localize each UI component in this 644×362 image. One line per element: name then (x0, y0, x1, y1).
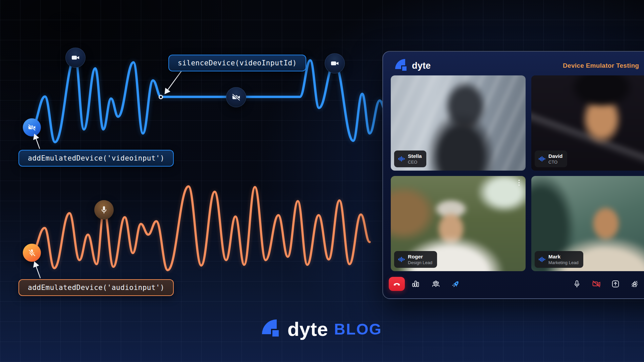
participants-button[interactable] (428, 277, 443, 291)
audio-level-icon (397, 256, 405, 263)
camera-off-button[interactable] (589, 277, 604, 291)
camera-off-badge (226, 87, 246, 107)
participant-role: CTO (548, 160, 562, 165)
microphone-icon (573, 280, 581, 288)
window-header-badge: Device Emulator Testing (563, 62, 639, 69)
add-videoinput-label: addEmulatedDevice('videoinput') (18, 150, 174, 167)
call-window: dyte Device Emulator Testing Stella CEO (382, 51, 644, 299)
participant-tile-mark: Mark Marketing Lead (531, 176, 644, 271)
stats-icon (411, 280, 420, 288)
upload-icon (611, 280, 620, 288)
effects-icon (630, 280, 639, 288)
dyte-logo-mark (262, 319, 281, 339)
camera-off-badge (23, 118, 41, 136)
dyte-logo-mark (395, 59, 409, 72)
audio-waveform (32, 186, 370, 270)
microphone-button[interactable] (570, 277, 584, 291)
participant-badge: David CTO (535, 150, 567, 167)
hangup-icon (392, 280, 401, 288)
blog-footer-logo: dyte BLOG (0, 318, 644, 340)
camera-badge (325, 53, 345, 73)
arrow-icon (35, 134, 40, 148)
microphone-badge (94, 200, 114, 220)
participant-role: Design Lead (408, 260, 432, 265)
audio-level-icon (397, 155, 405, 163)
hero-canvas: silenceDevice(videoInputId) addEmulatedD… (0, 0, 644, 362)
participant-tile-roger: Roger Design Lead (391, 176, 526, 271)
kebab-menu-icon[interactable] (516, 179, 522, 187)
participant-role: Marketing Lead (548, 260, 579, 265)
microphone-icon (99, 205, 109, 215)
microphone-off-icon (28, 248, 36, 257)
audio-level-icon (538, 155, 545, 163)
participant-tile-david: David CTO (531, 75, 644, 171)
participant-badge: Stella CEO (394, 150, 426, 167)
participant-name: Roger (408, 253, 432, 260)
arrow-icon (165, 71, 181, 94)
participant-name: Mark (548, 253, 579, 260)
camera-icon (330, 59, 339, 68)
stats-button[interactable] (408, 277, 423, 291)
arrow-icon (35, 262, 40, 278)
effects-button[interactable] (627, 277, 642, 291)
rocket-icon (449, 278, 462, 290)
microphone-off-badge (23, 244, 41, 262)
integrations-button[interactable] (448, 277, 463, 291)
participant-name: David (548, 153, 562, 159)
silence-point-marker (159, 95, 163, 99)
dyte-logo: dyte (395, 59, 431, 72)
leave-call-button[interactable] (389, 277, 405, 291)
audio-level-icon (538, 256, 545, 263)
dyte-logo-text: dyte (412, 61, 431, 71)
participant-badge: Roger Design Lead (394, 251, 437, 268)
participant-name: Stella (408, 153, 422, 159)
camera-off-icon (592, 279, 601, 289)
share-screen-button[interactable] (608, 277, 623, 291)
participant-role: CEO (408, 160, 422, 165)
silence-device-label: silenceDevice(videoInputId) (168, 55, 306, 71)
camera-badge (65, 48, 86, 68)
camera-icon (71, 53, 80, 62)
footer-brand-text: dyte (287, 318, 328, 340)
participant-tile-stella: Stella CEO (391, 75, 526, 171)
camera-off-icon (231, 93, 241, 102)
participants-icon (431, 280, 440, 289)
camera-off-icon (28, 123, 36, 132)
add-audioinput-label: addEmulatedDevice('audioinput') (18, 279, 174, 296)
participant-badge: Mark Marketing Lead (535, 251, 583, 268)
footer-blog-text: BLOG (334, 320, 382, 338)
